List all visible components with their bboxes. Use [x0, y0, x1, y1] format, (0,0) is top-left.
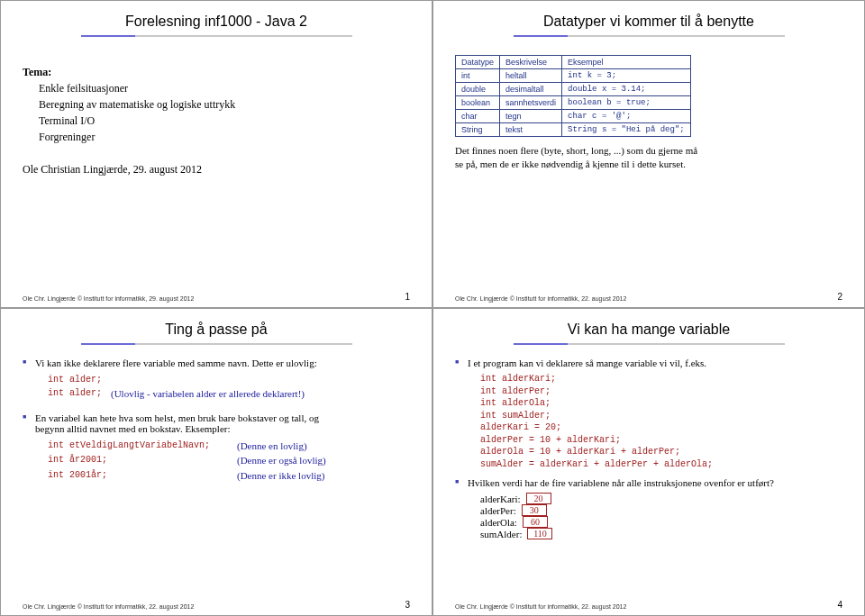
- kv-key: sumAlder:: [480, 529, 522, 539]
- tema-item: Beregning av matematiske og logiske uttr…: [39, 96, 410, 113]
- kv-value: 30: [522, 504, 547, 516]
- kv-key: alderKari:: [480, 494, 521, 504]
- cell: sannhetsverdi: [500, 96, 562, 110]
- th-beskrivelse: Beskrivelse: [500, 56, 562, 69]
- slide-title: Vi kan ha mange variable: [455, 322, 842, 338]
- code-line: alderOla = 10 + alderKari + alderPer;: [480, 446, 842, 458]
- tema-item: Terminal I/O: [39, 113, 410, 129]
- slide-title: Ting å passe på: [23, 322, 410, 338]
- slide-2: Datatyper vi kommer til å benytte Dataty…: [432, 0, 865, 308]
- th-eksempel: Eksempel: [562, 56, 691, 69]
- cell: heltall: [500, 69, 562, 83]
- datatype-table: Datatype Beskrivelse Eksempel intheltall…: [455, 55, 691, 137]
- cell: String: [456, 123, 500, 137]
- author-line: Ole Christian Lingjærde, 29. august 2012: [23, 163, 410, 177]
- cell: tekst: [500, 123, 562, 137]
- code-line: int 2001år;: [48, 468, 228, 484]
- footer: Ole Chr. Lingjærde © Institutt for infor…: [23, 603, 194, 610]
- code-line: int alderKari;: [480, 373, 842, 385]
- code-note: (Denne en lovlig): [237, 439, 307, 454]
- tema-block: Tema: Enkle feilsituasjoner Beregning av…: [23, 64, 410, 145]
- footer: Ole Chr. Lingjærde © Institutt for infor…: [455, 603, 626, 610]
- bullet: Hvilken verdi har de fire variablene når…: [455, 477, 842, 488]
- page-number: 3: [405, 600, 410, 610]
- kv-key: alderOla:: [480, 517, 517, 528]
- cell: int: [456, 69, 500, 83]
- page-number: 4: [837, 600, 842, 610]
- cell: tegn: [500, 110, 562, 123]
- divider: [514, 35, 785, 37]
- bullet: I et program kan vi deklarere så mange v…: [455, 358, 842, 368]
- bullet-text: begynn alltid navnet med en bokstav. Eks…: [35, 423, 230, 434]
- code-note: (Denne er ikke lovlig): [237, 468, 324, 484]
- cell: double: [456, 83, 500, 96]
- th-datatype: Datatype: [456, 56, 500, 69]
- note-line: Det finnes noen flere (byte, short, long…: [455, 144, 842, 158]
- kv-value: 60: [523, 516, 548, 528]
- footer: Ole Chr. Lingjærde © Institutt for infor…: [455, 295, 626, 302]
- note-line: se på, men de er ikke nødvendig å kjenne…: [455, 158, 842, 171]
- code-line: int alder;: [48, 373, 410, 386]
- slide-1: Forelesning inf1000 - Java 2 Tema: Enkle…: [0, 0, 432, 308]
- code-line: int sumAlder;: [480, 410, 842, 422]
- code-line: alderKari = 20;: [480, 421, 842, 434]
- cell: desimaltall: [500, 83, 562, 96]
- slide-title: Datatyper vi kommer til å benytte: [455, 14, 842, 30]
- slide-4: Vi kan ha mange variable I et program ka…: [432, 308, 865, 616]
- divider: [81, 343, 352, 345]
- footer: Ole Chr. Lingjærde © Institutt for infor…: [23, 295, 194, 302]
- code-line: int alderOla;: [480, 397, 842, 410]
- cell: String s = "Hei på deg";: [562, 123, 691, 137]
- cell: char: [456, 110, 500, 123]
- code-note: (Ulovlig - variabelen alder er allerede …: [111, 386, 305, 402]
- tema-heading: Tema:: [23, 64, 410, 80]
- kv-value: 110: [527, 528, 552, 539]
- slide-3: Ting å passe på Vi kan ikke deklarere fl…: [0, 308, 432, 616]
- code-line: int alderPer;: [480, 385, 842, 398]
- bullet-text: En variabel kan hete hva som helst, men …: [35, 412, 319, 423]
- slide-title: Forelesning inf1000 - Java 2: [23, 14, 410, 30]
- tema-item: Enkle feilsituasjoner: [39, 80, 410, 96]
- page-number: 2: [837, 292, 842, 302]
- cell: char c = '@';: [562, 110, 691, 123]
- slide-grid: Forelesning inf1000 - Java 2 Tema: Enkle…: [0, 0, 865, 616]
- kv-key: alderPer:: [480, 505, 516, 516]
- code-line: sumAlder = alderKari + alderPer + alderO…: [480, 458, 842, 471]
- code-line: int etVeldigLangtVariabelNavn;: [48, 439, 228, 454]
- code-line: int år2001;: [48, 453, 228, 468]
- bullet: En variabel kan hete hva som helst, men …: [23, 412, 410, 434]
- cell: boolean: [456, 96, 500, 110]
- bullet: Vi kan ikke deklarere flere variable med…: [23, 358, 410, 368]
- cell: int k = 3;: [562, 69, 691, 83]
- code-note: (Denne er også lovlig): [237, 453, 326, 468]
- cell: boolean b = true;: [562, 96, 691, 110]
- divider: [514, 343, 785, 345]
- code-line: int alder;: [48, 386, 102, 402]
- kv-value: 20: [526, 493, 551, 504]
- tema-item: Forgreninger: [39, 129, 410, 145]
- divider: [81, 35, 352, 37]
- cell: double x = 3.14;: [562, 83, 691, 96]
- code-line: alderPer = 10 + alderKari;: [480, 434, 842, 447]
- page-number: 1: [405, 292, 410, 302]
